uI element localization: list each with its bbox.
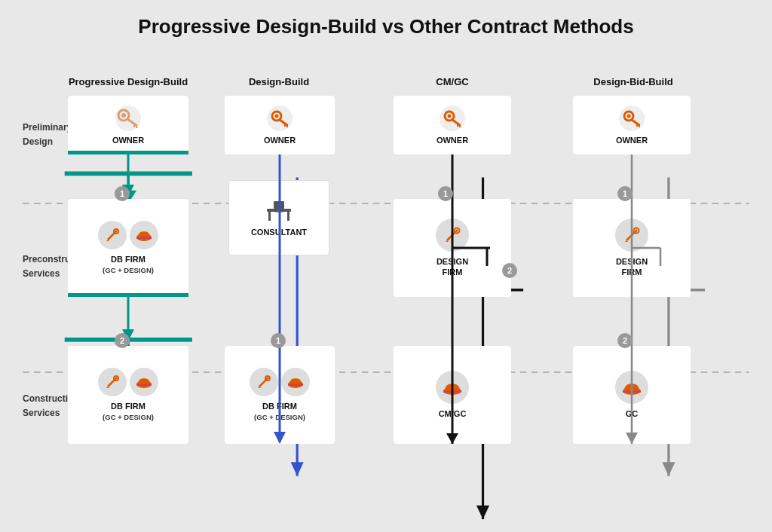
svg-rect-70 xyxy=(623,390,641,393)
cmgc-owner-label: OWNER xyxy=(437,135,468,145)
helmet-icon5 xyxy=(621,378,642,396)
db-owner-key-icon xyxy=(266,105,293,132)
pdb-badge-1: 1 xyxy=(115,186,130,201)
cmgc-cmgc-label: CM/GC xyxy=(439,408,467,419)
pencil-icon xyxy=(104,227,121,243)
pdb-dbfirm1-pencil-bg xyxy=(98,221,127,249)
pdb-owner-card: OWNER xyxy=(68,96,188,154)
db-dbfirm-card: DB FIRM(GC + DESIGN) xyxy=(225,346,335,444)
db-consultant-card: CONSULTANT xyxy=(228,180,329,255)
db-owner-label: OWNER xyxy=(264,135,296,145)
pencil-icon2 xyxy=(104,374,121,390)
pdb-dbfirm1-helmet-bg xyxy=(130,221,158,249)
svg-rect-31 xyxy=(136,384,152,386)
desk-icon xyxy=(264,198,294,224)
svg-rect-39 xyxy=(268,212,271,221)
dbb-owner-label: OWNER xyxy=(616,135,648,145)
pdb-dbfirm2-card: DB FIRM(GC + DESIGN) xyxy=(68,346,188,444)
col-header-dbb: Design-Bid-Build xyxy=(573,75,694,88)
pdb-dbfirm1-card: DB FIRM(GC + DESIGN) xyxy=(68,199,188,297)
db-pencil-bg xyxy=(250,368,278,396)
db-consultant-label: CONSULTANT xyxy=(251,227,307,237)
svg-line-55 xyxy=(447,230,458,240)
svg-marker-14 xyxy=(662,462,675,475)
svg-rect-40 xyxy=(287,212,290,221)
pdb-badge-2: 2 xyxy=(115,333,130,348)
cmgc-badge-2: 2 xyxy=(502,263,517,278)
svg-marker-9 xyxy=(291,462,304,475)
cmgc-owner-card: OWNER xyxy=(394,96,511,154)
col-header-pdb: Progressive Design-Build xyxy=(68,75,188,88)
svg-rect-43 xyxy=(274,211,283,212)
dbb-designfirm-label: DESIGNFIRM xyxy=(616,256,648,278)
svg-rect-59 xyxy=(443,390,461,393)
pdb-dbfirm2-pencil-bg xyxy=(98,368,127,396)
db-dbfirm-label: DB FIRM(GC + DESIGN) xyxy=(254,401,305,423)
dbb-owner-key-icon xyxy=(618,105,645,132)
pdb-owner-label: OWNER xyxy=(112,135,144,145)
cmgc-cmgc-card: CM/GC xyxy=(394,346,511,444)
cmgc-designfirm-card: DESIGNFIRM xyxy=(394,199,511,297)
pencil-icon4 xyxy=(443,225,462,245)
helmet-icon4 xyxy=(442,378,463,396)
helmet-icon3 xyxy=(286,374,305,390)
diagram-area: Preliminary Design PreconstructionServic… xyxy=(23,52,749,532)
cmgc-pencil-bg xyxy=(436,219,469,252)
dbb-pencil-bg xyxy=(615,219,648,252)
svg-point-21 xyxy=(115,105,141,131)
db-badge-1: 1 xyxy=(271,333,286,348)
cmgc-owner-key-icon xyxy=(439,105,466,132)
dbb-badge-2: 2 xyxy=(617,333,633,348)
pencil-icon5 xyxy=(622,225,642,245)
cmgc-designfirm-label: DESIGNFIRM xyxy=(437,256,468,278)
dbb-badge-1: 1 xyxy=(617,186,633,201)
svg-point-34 xyxy=(275,114,279,118)
svg-rect-26 xyxy=(136,237,152,239)
dbb-gc-label: GC xyxy=(626,408,639,419)
dbb-owner-card: OWNER xyxy=(573,96,691,154)
helmet-icon xyxy=(135,227,153,243)
svg-marker-11 xyxy=(476,506,489,519)
dbb-gc-card: GC xyxy=(573,346,691,444)
page-title: Progressive Design-Build vs Other Contra… xyxy=(23,15,749,38)
svg-rect-2 xyxy=(65,171,192,176)
col-header-cmgc: CM/GC xyxy=(400,75,505,88)
pdb-dbfirm1-label: DB FIRM(GC + DESIGN) xyxy=(103,254,154,276)
cmgc-badge-1: 1 xyxy=(438,186,453,201)
svg-line-22 xyxy=(108,231,117,240)
dbb-helmet-bg xyxy=(615,371,648,404)
pdb-owner-key-icon xyxy=(115,105,142,132)
svg-rect-42 xyxy=(277,209,280,211)
main-container: Progressive Design-Build vs Other Contra… xyxy=(0,0,772,532)
svg-point-51 xyxy=(448,114,452,118)
svg-line-66 xyxy=(626,230,637,240)
db-helmet-bg xyxy=(281,368,310,396)
svg-rect-41 xyxy=(274,201,284,209)
dbb-designfirm-card: DESIGNFIRM xyxy=(573,199,691,297)
cmgc-helmet-bg xyxy=(436,371,469,404)
svg-point-62 xyxy=(627,114,631,118)
svg-rect-48 xyxy=(288,384,303,386)
pencil-icon3 xyxy=(256,374,272,390)
helmet-icon2 xyxy=(135,374,153,390)
db-owner-card: OWNER xyxy=(225,96,335,154)
svg-line-27 xyxy=(108,378,117,387)
svg-line-44 xyxy=(259,378,268,387)
col-header-db: Design-Build xyxy=(222,75,335,88)
pdb-dbfirm2-icons xyxy=(98,368,158,396)
pdb-dbfirm2-helmet-bg xyxy=(130,368,158,396)
pdb-dbfirm2-label: DB FIRM(GC + DESIGN) xyxy=(103,401,154,423)
db-dbfirm-icons xyxy=(250,368,310,396)
pdb-dbfirm1-icons xyxy=(98,221,158,249)
